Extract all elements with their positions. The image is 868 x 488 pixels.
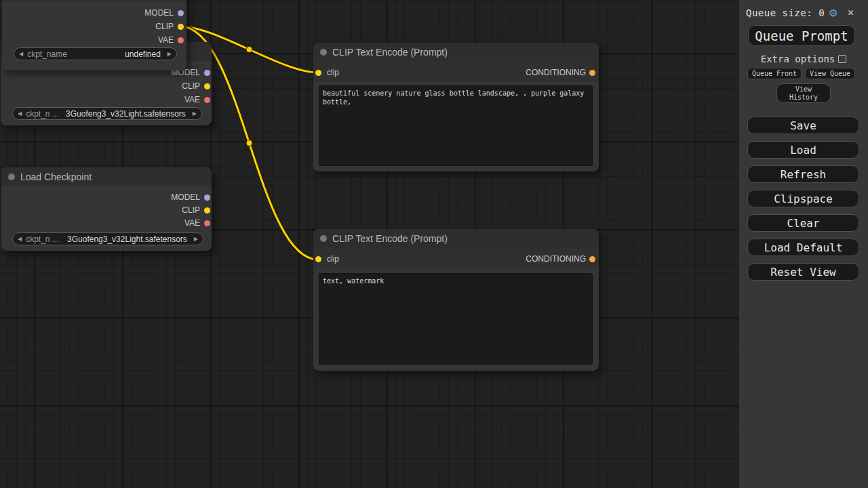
widget-right-arrow-icon[interactable]: ▶ (194, 232, 198, 245)
link-midpoint-dot[interactable] (246, 47, 252, 53)
widget-left-arrow-icon[interactable]: ◀ (18, 107, 22, 120)
queue-prompt-button[interactable]: Queue Prompt (748, 25, 855, 46)
widget-right-arrow-icon[interactable]: ▶ (167, 47, 172, 60)
node-title-bar[interactable]: CLIP Text Encode (Prompt) (313, 43, 599, 62)
clear-button[interactable]: Clear (747, 214, 859, 232)
node-title: Load Checkpoint (20, 171, 92, 182)
extra-options-row: Extra options (739, 53, 868, 65)
extra-options-label: Extra options (761, 54, 835, 64)
widget-value: undefined (71, 49, 161, 59)
node-title: CLIP Text Encode (Prompt) (332, 233, 448, 244)
ckpt-name-widget[interactable]: ◀ ckpt_n ... 3Guofeng3_v32Light.safetens… (12, 232, 203, 245)
load-checkpoint-node[interactable]: Load Checkpoint MODEL CLIP VAE ◀ ckpt_n … (1, 167, 212, 251)
model-output-dot[interactable] (204, 195, 210, 201)
node-collapse-dot[interactable] (8, 174, 15, 180)
node-title-bar[interactable] (2, 0, 186, 1)
input-label: clip (327, 253, 339, 265)
ckpt-name-widget[interactable]: ◀ ckpt_name undefined ▶ (14, 47, 177, 60)
prompt-textarea[interactable]: text, watermark (319, 273, 593, 365)
clip-text-encode-node-positive[interactable]: CLIP Text Encode (Prompt) clip CONDITION… (313, 43, 599, 171)
widget-name: ckpt_name (27, 49, 67, 59)
model-output-dot[interactable] (178, 10, 184, 16)
refresh-button[interactable]: Refresh (747, 165, 859, 183)
reset-view-button[interactable]: Reset View (747, 263, 859, 281)
close-icon[interactable]: ✕ (848, 6, 854, 18)
output-label: MODEL (171, 191, 200, 203)
load-button[interactable]: Load (747, 141, 859, 159)
widget-right-arrow-icon[interactable]: ▶ (193, 107, 197, 120)
settings-gear-icon[interactable]: ⚙ (829, 5, 837, 20)
output-label: VAE (184, 217, 200, 229)
view-queue-button[interactable]: View Queue (805, 68, 855, 79)
clip-output-dot[interactable] (204, 207, 210, 214)
output-label: CLIP (182, 204, 200, 216)
output-label: MODEL (144, 7, 174, 19)
load-default-button[interactable]: Load Default (747, 239, 859, 256)
output-label: CONDITIONING (526, 253, 586, 265)
checkpoint-node-top[interactable]: MODEL CLIP VAE ◀ ckpt_name undefined ▶ (2, 0, 186, 70)
node-collapse-dot[interactable] (320, 235, 327, 242)
conditioning-output-dot[interactable] (589, 70, 595, 76)
node-title: CLIP Text Encode (Prompt) (332, 47, 448, 58)
vae-output-dot[interactable] (204, 220, 210, 226)
queue-size-value: 0 (818, 7, 825, 18)
output-label: VAE (184, 94, 200, 106)
output-label: VAE (158, 34, 174, 46)
clip-input-dot[interactable] (315, 70, 321, 76)
clipspace-button[interactable]: Clipspace (747, 190, 859, 207)
output-label: CLIP (182, 80, 200, 92)
ckpt-name-widget[interactable]: ◀ ckpt_n ... 3Guofeng3_v32Light.safetens… (12, 107, 202, 120)
node-title-bar[interactable]: Load Checkpoint (1, 167, 212, 186)
output-label: CONDITIONING (526, 66, 586, 79)
clip-output-dot[interactable] (178, 24, 184, 30)
view-history-line2: History (789, 94, 818, 102)
widget-value: 3Guofeng3_v32Light.safetensors (63, 109, 186, 119)
view-history-line1: View (795, 85, 812, 94)
widget-name: ckpt_n ... (26, 109, 59, 119)
view-history-button[interactable]: View History (776, 83, 831, 103)
widget-name: ckpt_n ... (26, 235, 59, 244)
queue-front-button[interactable]: Queue Front (747, 68, 802, 79)
node-collapse-dot[interactable] (320, 49, 327, 56)
clip-output-dot[interactable] (204, 83, 210, 89)
conditioning-output-dot[interactable] (589, 256, 595, 262)
widget-left-arrow-icon[interactable]: ◀ (19, 47, 23, 60)
widget-value: 3Guofeng3_v32Light.safetensors (63, 235, 187, 244)
queue-size-label: Queue size: (746, 7, 812, 18)
widget-left-arrow-icon[interactable]: ◀ (18, 232, 22, 245)
clip-input-dot[interactable] (315, 256, 321, 262)
node-graph-canvas[interactable]: MODEL CLIP VAE ◀ ckpt_n ... 3Guofeng3_v3… (0, 0, 739, 488)
vae-output-dot[interactable] (204, 97, 210, 103)
queue-size-status: Queue size: 0 (746, 7, 825, 18)
model-output-dot[interactable] (204, 70, 210, 76)
comfy-menu-panel: Queue size: 0 ⚙ ✕ Queue Prompt Extra opt… (739, 0, 868, 488)
save-button[interactable]: Save (747, 117, 859, 134)
extra-options-checkbox[interactable] (838, 55, 846, 63)
prompt-textarea[interactable]: beautiful scenery nature glass bottle la… (319, 85, 593, 166)
input-label: clip (327, 66, 339, 79)
clip-text-encode-node-negative[interactable]: CLIP Text Encode (Prompt) clip CONDITION… (313, 229, 599, 371)
output-label: CLIP (155, 20, 174, 33)
link-midpoint-dot[interactable] (246, 140, 252, 146)
vae-output-dot[interactable] (178, 37, 184, 43)
node-title-bar[interactable]: CLIP Text Encode (Prompt) (313, 229, 599, 248)
